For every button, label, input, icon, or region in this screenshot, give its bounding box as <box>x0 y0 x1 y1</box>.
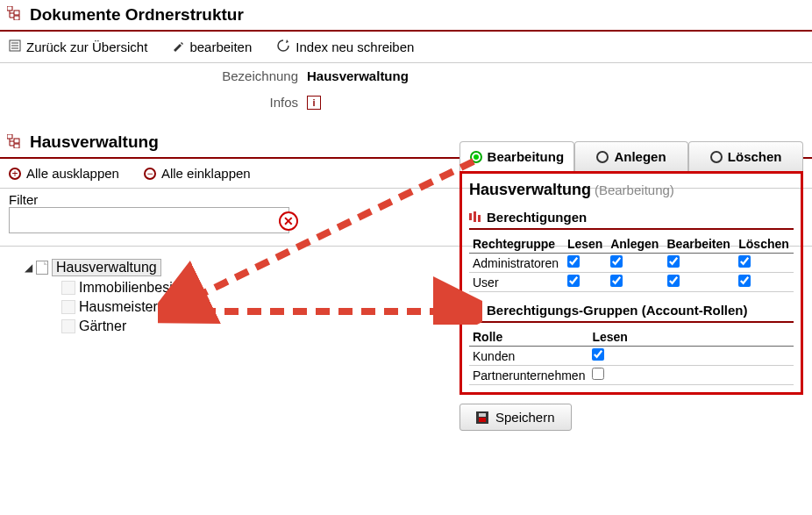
document-icon <box>36 261 48 275</box>
tree-root-label[interactable]: Hausverwaltung <box>52 259 161 276</box>
svg-rect-2 <box>14 16 19 20</box>
tree-child-label[interactable]: Hausmeister <box>79 299 158 315</box>
svg-rect-10 <box>469 213 472 220</box>
section-berechtigungen: Berechtigungen <box>469 204 794 230</box>
section-berechtigungen-label: Berechtigungen <box>487 210 587 225</box>
col-anlegen: Anlegen <box>607 235 663 254</box>
col-lesen: Lesen <box>564 235 607 254</box>
minus-circle-icon: − <box>144 168 156 180</box>
back-label: Zurück zur Übersicht <box>26 39 147 54</box>
section-gruppen: Berechtigungs-Gruppen (Account-Rollen) <box>469 297 794 323</box>
section-gruppen-label: Berechtigungs-Gruppen (Account-Rollen) <box>487 303 748 318</box>
permissions-box: Hausverwaltung (Bearbeitung) Berechtigun… <box>459 171 803 347</box>
toolbar: Zurück zur Übersicht bearbeiten Index ne… <box>0 32 812 63</box>
tab-bearbeitung[interactable]: Bearbeitung <box>459 141 574 171</box>
chk-lesen[interactable] <box>567 255 580 268</box>
svg-rect-11 <box>474 211 476 222</box>
table-row: Kunden <box>469 347 794 347</box>
col-bearbeiten: Bearbeiten <box>664 235 736 254</box>
expand-all-button[interactable]: + Alle ausklappen <box>9 166 119 181</box>
plus-circle-icon: + <box>9 168 21 180</box>
permissions-panel: Bearbeitung Anlegen Löschen Hausverwaltu… <box>459 141 803 347</box>
tree-child-label[interactable]: Gärtner <box>79 318 126 334</box>
col-rechtegruppe: Rechtegruppe <box>469 235 564 254</box>
reindex-label: Index neu schreiben <box>296 39 414 54</box>
tree-icon <box>7 134 21 151</box>
tab-anlegen[interactable]: Anlegen <box>574 141 689 171</box>
col-loeschen: Löschen <box>735 235 794 254</box>
folder-icon <box>61 300 75 314</box>
radio-icon <box>596 151 609 163</box>
rights-table: Rechtegruppe Lesen Anlegen Bearbeiten Lö… <box>469 235 794 292</box>
collapse-caret-icon[interactable]: ◢ <box>25 261 32 274</box>
bezeichnung-value: Hausverwaltung <box>307 68 409 83</box>
svg-rect-12 <box>478 215 481 222</box>
clear-filter-icon[interactable]: ✕ <box>279 211 298 231</box>
edit-link[interactable]: bearbeiten <box>172 39 252 55</box>
collapse-all-button[interactable]: − Alle einklappen <box>144 166 251 181</box>
bezeichnung-label: Bezeichnung <box>0 68 307 83</box>
row-name: User <box>469 273 564 292</box>
chk-anlegen[interactable] <box>610 275 623 287</box>
perm-title: Hausverwaltung <box>469 181 591 198</box>
filter-input[interactable] <box>9 207 289 233</box>
tab-loeschen-label: Löschen <box>728 149 782 164</box>
permission-tabs: Bearbeitung Anlegen Löschen <box>459 141 803 171</box>
pencil-icon <box>172 39 184 54</box>
perm-title-suffix: (Bearbeitung) <box>595 182 674 197</box>
folder-icon <box>61 281 75 295</box>
permissions-icon <box>469 210 481 225</box>
chk-lesen[interactable] <box>567 275 580 287</box>
edit-label: bearbeiten <box>189 39 252 54</box>
collapse-all-label: Alle einklappen <box>161 166 251 181</box>
svg-rect-8 <box>14 139 19 143</box>
svg-rect-9 <box>14 144 19 148</box>
svg-rect-7 <box>7 134 12 139</box>
refresh-icon <box>276 39 290 55</box>
groups-icon <box>469 303 481 318</box>
page-title: Dokumente Ordnerstruktur <box>30 5 244 25</box>
chk-loeschen[interactable] <box>738 275 751 287</box>
filter-label: Filter <box>9 192 38 207</box>
table-row: User <box>469 273 794 292</box>
row-name: Administratoren <box>469 254 564 273</box>
tree-icon <box>7 6 21 24</box>
roles-table: Rolle Lesen Kunden Partnerunternehmen <box>469 328 794 347</box>
radio-active-icon <box>470 151 482 163</box>
col-rolle-lesen: Lesen <box>588 328 794 347</box>
info-icon[interactable]: i <box>307 96 321 110</box>
reindex-link[interactable]: Index neu schreiben <box>276 39 414 55</box>
role-name: Kunden <box>469 347 588 347</box>
sub-title: Hausverwaltung <box>30 132 159 152</box>
tree-child-label[interactable]: Immobilienbesitzer <box>79 280 196 296</box>
svg-rect-0 <box>7 6 12 11</box>
expand-all-label: Alle ausklappen <box>26 166 119 181</box>
chk-anlegen[interactable] <box>610 255 623 268</box>
tab-loeschen[interactable]: Löschen <box>688 141 803 171</box>
back-link[interactable]: Zurück zur Übersicht <box>9 39 147 55</box>
infos-label: Infos <box>0 95 307 110</box>
chk-bearbeiten[interactable] <box>667 255 680 268</box>
radio-icon <box>710 151 723 163</box>
tab-anlegen-label: Anlegen <box>614 149 666 164</box>
table-row: Administratoren <box>469 254 794 273</box>
page-header: Dokumente Ordnerstruktur <box>0 0 812 32</box>
col-rolle: Rolle <box>469 328 588 347</box>
chk-bearbeiten[interactable] <box>667 275 680 287</box>
tab-bearbeitung-label: Bearbeitung <box>488 149 565 164</box>
svg-rect-1 <box>14 11 19 15</box>
list-icon <box>9 39 21 54</box>
folder-icon <box>61 319 75 333</box>
detail-form: Bezeichnung Hausverwaltung Infos i <box>0 63 812 115</box>
chk-loeschen[interactable] <box>738 255 751 268</box>
